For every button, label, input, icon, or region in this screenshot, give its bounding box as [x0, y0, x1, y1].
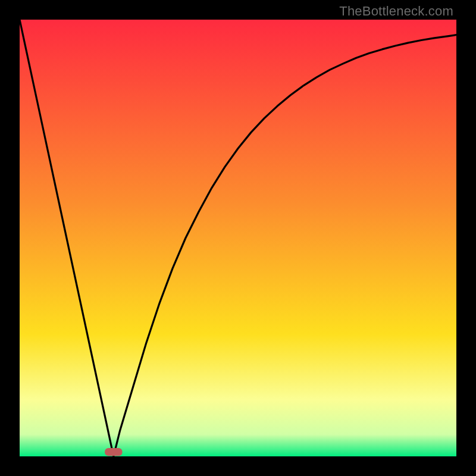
optimum-marker	[105, 448, 122, 456]
chart-frame	[20, 20, 456, 456]
chart-svg	[20, 20, 456, 456]
chart-background	[20, 20, 456, 456]
watermark-text: TheBottleneck.com	[339, 4, 453, 19]
